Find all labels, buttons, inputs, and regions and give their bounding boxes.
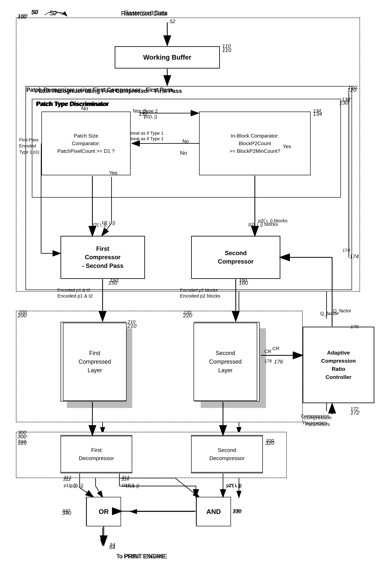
svg-line-24 (96, 486, 102, 497)
ref-310: 310 (17, 440, 27, 446)
working-buffer-display: Working Buffer (115, 46, 220, 68)
encoded-p2-label: Encoded p2 blocks (180, 293, 220, 299)
adaptive-comp-display: AdaptiveCompressionRatioController (303, 327, 374, 403)
second-comp-text: SecondCompressor (218, 249, 253, 266)
ref-312: 312 (63, 476, 71, 482)
t2ij-out-label: t2( i, j) (126, 483, 139, 488)
ref-210: 210 (127, 323, 137, 329)
patch-size-text: Patch SizeComparator:PatchPixelCount >= … (57, 132, 114, 155)
first-comp-layer-display: FirstCompressedLayer (63, 323, 127, 401)
second-comp-layer-text: SecondCompressedLayer (209, 349, 242, 375)
t2ij-label: t2( i, j) (102, 220, 115, 225)
p1ij-label: p1(i, j) (70, 483, 83, 488)
ref-110: 110 (222, 47, 231, 53)
cr-label: CR (272, 346, 279, 351)
second-comp-display: SecondCompressor (191, 236, 280, 279)
ref-300: 300 (17, 434, 27, 440)
inblock-text: In-Block Comparator:BlockP2Count>= Block… (229, 132, 280, 155)
first-comp-layer-text: FirstCompressedLayer (78, 349, 111, 375)
or-gate-display: OR (86, 497, 121, 526)
p2ij-blocks-label: p2( i, j) blocks (249, 221, 278, 227)
ref-50-label: 50 (49, 10, 57, 17)
ref-220: 220 (183, 312, 192, 319)
patch-type-disc-text: Patch Type Discriminator (36, 101, 108, 108)
p2-prime-label: p2'( i, j) (226, 483, 242, 488)
inblock-comp-display: In-Block Comparator:BlockP2Count>= Block… (199, 112, 311, 175)
encoded-p1-t2-label: Encoded p1 & t2 (57, 293, 93, 299)
ref-134: 134 (313, 111, 322, 117)
ref-330: 330 (233, 508, 242, 514)
patch-recognizer-text: Patch Recognizer using First Compressor … (26, 87, 173, 93)
and-text: AND (206, 508, 221, 515)
svg-line-70 (80, 488, 93, 497)
ref-120: 120' (347, 87, 357, 93)
ref-160: 160 (239, 280, 248, 286)
ref-200: 200 (17, 312, 27, 319)
first-comp-text: FirstCompressor- Second Pass (82, 245, 124, 270)
or-text: OR (99, 508, 109, 515)
ref-100: 100' (17, 13, 27, 19)
second-comp-layer-display: SecondCompressedLayer (193, 323, 257, 401)
second-decomp-text: SecondDecompressor (209, 446, 244, 462)
comp-params-text: CompressionParameters (303, 414, 332, 428)
first-decomp-text: FirstDecompressor (79, 446, 114, 462)
ref-320: 320 (265, 440, 274, 446)
ref-150: 150' (108, 280, 118, 286)
ref-172: 172 (350, 409, 359, 416)
and-gate-display: AND (196, 497, 231, 526)
print-engine-text: To PRINT ENGINE (116, 553, 167, 560)
working-buffer-text: Working Buffer (143, 53, 191, 61)
ref-174: 174 (350, 253, 359, 260)
treat-as-label: treat as if Type 1 (131, 131, 164, 136)
first-decomp-display: FirstDecompressor (61, 436, 132, 473)
ref-176: 176 (274, 358, 283, 365)
ref-314: 314 (121, 476, 129, 482)
diagram-container: 50 50 Rasterized Data 52 100' Working Bu… (0, 0, 392, 563)
second-decomp-display: SecondDecompressor (191, 436, 263, 473)
adaptive-comp-text: AdaptiveCompressionRatioController (321, 349, 356, 381)
svg-line-27 (175, 478, 199, 497)
ref-130: 130' (339, 100, 349, 106)
rasterized-data-text: Rasterized Data (121, 10, 167, 17)
type2-label: Type 2p2(i, j) (143, 108, 158, 119)
ref-54: 54 (109, 544, 115, 550)
first-comp-display: FirstCompressor- Second Pass (61, 236, 145, 279)
ref-340: 340 (62, 510, 71, 516)
no1-label: No (180, 150, 187, 156)
patch-size-comp-display: Patch SizeComparator:PatchPixelCount >= … (41, 112, 131, 175)
q-factor-label: Q_factor (320, 311, 339, 316)
ref-50: 50 (32, 9, 38, 15)
